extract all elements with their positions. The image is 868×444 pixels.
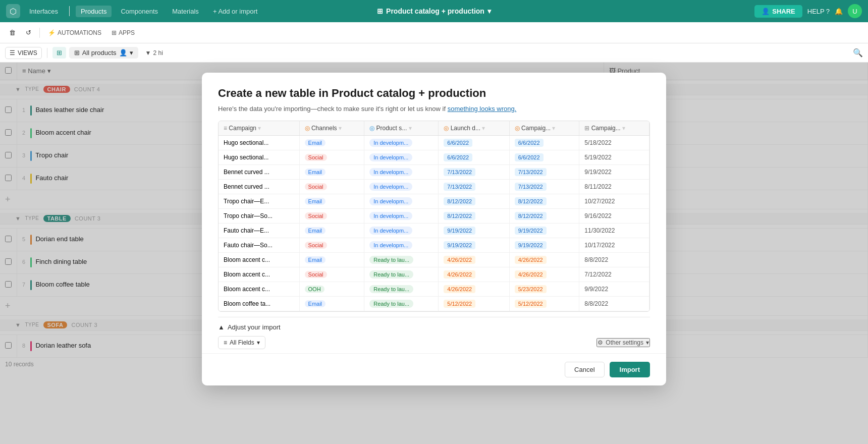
grid-view-button[interactable]: ⊞ (52, 47, 66, 59)
import-channel-cell: Email (299, 165, 364, 180)
top-navigation: ⬡ Interfaces Products Components Materia… (0, 0, 868, 22)
import-launch-cell: 9/19/2022 (439, 238, 509, 253)
import-launch-cell: 6/6/2022 (439, 150, 509, 165)
import-table-row: Hugo sectional... Social In developm... … (219, 150, 649, 165)
import-campaign-cell: Hugo sectional... (219, 136, 299, 150)
import-campaign-date-cell: 4/26/2022 (509, 267, 579, 282)
wrong-link[interactable]: something looks wrong. (448, 105, 517, 113)
import-launch-cell: 4/26/2022 (439, 282, 509, 297)
import-campaign-date-cell: 5/12/2022 (509, 297, 579, 311)
import-status-cell: Ready to lau... (364, 297, 439, 311)
help-button[interactable]: HELP ? (807, 8, 830, 15)
views-button[interactable]: ☰ VIEWS (5, 47, 42, 59)
nav-tab-components[interactable]: Components (116, 6, 163, 17)
help-icon: ? (826, 8, 830, 15)
logo-icon[interactable]: ⬡ (6, 4, 20, 18)
import-table-row: Tropo chair—So... Social In developm... … (219, 209, 649, 224)
import-status-cell: Ready to lau... (364, 282, 439, 297)
search-button[interactable]: 🔍 (853, 48, 863, 57)
views-icon: ☰ (10, 49, 15, 57)
import-launch-cell: 9/19/2022 (439, 224, 509, 238)
campaign-end-icon: ⊞ (584, 125, 589, 132)
filter-button[interactable]: ▼ 2 hi (141, 47, 167, 59)
page-title-dropdown-icon[interactable]: ▾ (487, 7, 491, 15)
import-campaign-cell: Bloom accent c... (219, 282, 299, 297)
adjust-header[interactable]: ▲ Adjust your import (218, 323, 650, 331)
col-product-status[interactable]: ◎ Product s... ▾ (364, 121, 439, 136)
import-campaign-cell: Bennet curved ... (219, 165, 299, 180)
nav-right-actions: 👤 SHARE HELP ? 🔔 U (754, 4, 862, 18)
import-launch-cell: 4/26/2022 (439, 253, 509, 267)
nav-tab-products[interactable]: Products (76, 6, 112, 17)
import-preview-table: ≡ Campaign ▾ ◎ Channels ▾ ◎ Product s...… (219, 121, 649, 311)
modal-footer: Cancel Import (202, 353, 666, 385)
modal-overlay: Create a new table in Product catalog + … (0, 63, 868, 444)
share-icon: 👤 (762, 8, 770, 15)
import-campaign-cell: Hugo sectional... (219, 150, 299, 165)
import-campaign-date-cell: 8/12/2022 (509, 209, 579, 224)
nav-tab-materials[interactable]: Materials (167, 6, 204, 17)
import-channel-cell: Social (299, 180, 364, 194)
other-settings-button[interactable]: ⚙ Other settings ▾ (596, 338, 650, 347)
import-launch-cell: 7/13/2022 (439, 180, 509, 194)
import-channel-cell: Email (299, 297, 364, 311)
import-channel-cell: OOH (299, 282, 364, 297)
modal-body: ≡ Campaign ▾ ◎ Channels ▾ ◎ Product s...… (202, 121, 666, 353)
toolbar-right: 🔍 (853, 48, 863, 58)
import-plain-date-cell: 9/16/2022 (579, 209, 649, 224)
import-table-row: Bloom coffee ta... Email Ready to lau...… (219, 297, 649, 311)
col-channels[interactable]: ◎ Channels ▾ (299, 121, 364, 136)
nav-tab-add-import[interactable]: + Add or import (208, 6, 263, 17)
import-table-row: Tropo chair—E... Email In developm... 8/… (219, 194, 649, 209)
adjust-section: ▲ Adjust your import ≡ All Fields ▾ ⚙ Ot… (218, 317, 650, 353)
import-plain-date-cell: 9/19/2022 (579, 165, 649, 180)
import-status-cell: In developm... (364, 238, 439, 253)
import-campaign-date-cell: 7/13/2022 (509, 180, 579, 194)
automations-icon: ⚡ (48, 29, 56, 36)
modal-title: Create a new table in Product catalog + … (218, 87, 650, 100)
import-plain-date-cell: 11/30/2022 (579, 224, 649, 238)
import-campaign-cell: Bloom accent c... (219, 267, 299, 282)
import-status-cell: In developm... (364, 136, 439, 150)
notification-button[interactable]: 🔔 (835, 8, 843, 15)
trash-button[interactable]: 🗑 (5, 27, 20, 38)
import-plain-date-cell: 5/18/2022 (579, 136, 649, 150)
import-table-row: Bennet curved ... Email In developm... 7… (219, 165, 649, 180)
share-button[interactable]: 👤 SHARE (754, 5, 802, 18)
avatar[interactable]: U (848, 4, 862, 18)
apps-icon: ⊞ (112, 29, 117, 36)
col-campaign-date[interactable]: ◎ Campaig... ▾ (509, 121, 579, 136)
import-status-cell: In developm... (364, 180, 439, 194)
import-status-cell: In developm... (364, 209, 439, 224)
import-status-cell: In developm... (364, 150, 439, 165)
import-campaign-cell: Bennet curved ... (219, 180, 299, 194)
cancel-button[interactable]: Cancel (565, 362, 604, 377)
import-button[interactable]: Import (610, 362, 650, 377)
all-products-icon: ⊞ (74, 49, 80, 57)
main-content: ≡ Name ▾ 🖼 Product ▼ TYPE (0, 63, 868, 444)
import-channel-cell: Social (299, 150, 364, 165)
import-table-row: Fauto chair—E... Email In developm... 9/… (219, 224, 649, 238)
import-campaign-cell: Tropo chair—E... (219, 194, 299, 209)
import-campaign-date-cell: 4/26/2022 (509, 253, 579, 267)
import-launch-cell: 8/12/2022 (439, 209, 509, 224)
import-launch-cell: 5/12/2022 (439, 297, 509, 311)
all-products-tab[interactable]: ⊞ All products 👤 ▾ (69, 47, 138, 59)
nav-separator (69, 6, 70, 16)
all-fields-button[interactable]: ≡ All Fields ▾ (218, 336, 265, 349)
col-launch-date[interactable]: ◎ Launch d... ▾ (439, 121, 509, 136)
nav-tab-interfaces[interactable]: Interfaces (24, 6, 63, 17)
col-campaign[interactable]: ≡ Campaign ▾ (219, 121, 299, 136)
collapse-adjust-icon: ▲ (218, 323, 225, 331)
modal-header: Create a new table in Product catalog + … (202, 73, 666, 121)
apps-button[interactable]: ⊞ APPS (107, 27, 139, 38)
import-channel-cell: Email (299, 194, 364, 209)
automations-button[interactable]: ⚡ AUTOMATIONS (44, 27, 105, 38)
all-products-user-icon: 👤 (119, 49, 127, 57)
import-table-row: Hugo sectional... Email In developm... 6… (219, 136, 649, 150)
import-campaign-date-cell: 5/23/2022 (509, 282, 579, 297)
import-plain-date-cell: 5/19/2022 (579, 150, 649, 165)
product-status-icon: ◎ (369, 125, 374, 132)
col-campaign-end[interactable]: ⊞ Campaig... ▾ (579, 121, 649, 136)
history-button[interactable]: ↺ (22, 27, 35, 38)
